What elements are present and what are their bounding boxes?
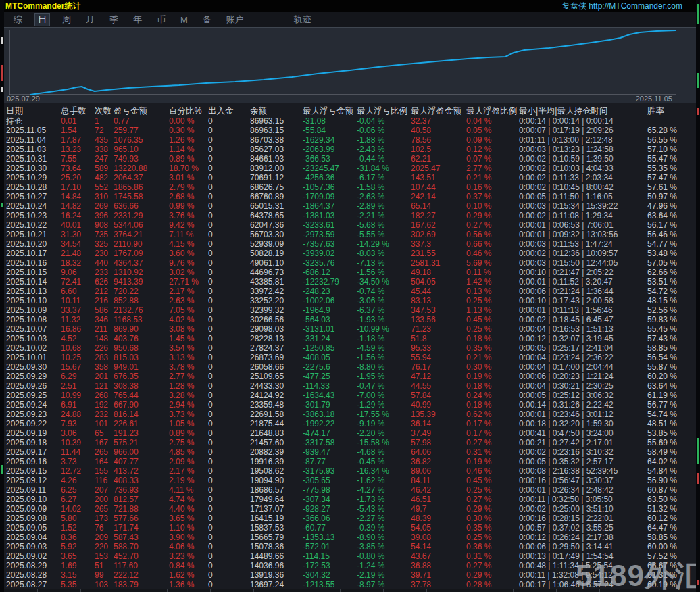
brand-link[interactable]: 复盘侠 http://MTCommander.com (562, 1, 682, 12)
cell-lots: 2.51 (61, 381, 95, 391)
menu-item-5[interactable]: 年 (130, 13, 145, 26)
table-row[interactable]: 2025.09.296.29201676.352.77 %025109.65-4… (0, 372, 700, 381)
column-header-win-rate[interactable]: 胜率 (647, 105, 695, 116)
cell-deposit: 0 (208, 428, 250, 438)
column-header-max-float-loss[interactable]: 最大浮亏金额 (303, 105, 357, 116)
table-row[interactable]: 2025.11.0417.874351076.351.26 %086703.38… (0, 135, 700, 145)
cell-lots: 25.20 (61, 173, 95, 182)
table-row[interactable]: 2025.10.2925.204822064.373.01 %070691.12… (0, 173, 700, 182)
table-row[interactable]: 2025.09.2510.99268765.443.28 %024124.92-… (0, 391, 700, 400)
column-header-trades[interactable]: 次数 (95, 105, 114, 116)
cell-hold-time: 0:00:01 | 0:11:52 | 3:20:47 (519, 277, 647, 287)
table-row[interactable]: 2025.09.227.93101226.611.05 %021875.44-1… (0, 419, 700, 428)
table-row[interactable]: 2025.09.1711.44265966.004.85 %020882.39-… (0, 447, 700, 457)
column-header-percent[interactable]: 百分比% (169, 105, 208, 116)
table-row[interactable]: 2025.10.2414.82269636.660.99 %065015.31-… (0, 201, 700, 211)
table-row[interactable]: 2025.09.246.91192667.902.94 %023359.48-3… (0, 400, 700, 410)
table-row[interactable]: 2025.09.124.26116408.332.19 %019094.90-3… (0, 476, 700, 485)
table-row[interactable]: 2025.10.0210.68226950.683.54 %027824.37-… (0, 343, 700, 353)
menu-item-1[interactable]: 日 (34, 13, 50, 26)
column-header-balance[interactable]: 余额 (250, 105, 303, 116)
cell-max-float-loss-pct: -8.03 % (357, 249, 411, 258)
menu-item-9[interactable]: 账户 (224, 13, 247, 26)
table-row[interactable]: 2025.10.1618.324404364.379.76 %049061.10… (0, 258, 700, 268)
column-header-max-float-profit[interactable]: 最大浮盈金额 (411, 105, 466, 116)
menu-item-0[interactable]: 综 (11, 13, 25, 26)
column-header-date[interactable]: 日期 (6, 105, 61, 116)
cell-max-float-loss: -1213.55 (303, 580, 357, 589)
cell-lots: 10.99 (61, 391, 95, 400)
table-row[interactable]: 2025.10.317.55247749.930.89 %084661.93-3… (0, 154, 700, 164)
cell-percent: 4.02 % (169, 315, 208, 324)
cell-profit: 812.57 (114, 495, 169, 504)
table-row[interactable]: 2025.11.0313.23338965.101.14 %085627.03-… (0, 145, 700, 154)
cell-lots: 16.24 (61, 211, 95, 220)
cell-trades: 201 (95, 372, 114, 381)
table-row[interactable]: 2025.09.0914.02265721.884.40 %017137.07-… (0, 504, 700, 514)
table-row[interactable]: 2025.09.048.36209587.433.90 %015665.79-1… (0, 533, 700, 542)
table-row[interactable]: 2025.10.2714.843101745.582.68 %066760.89… (0, 192, 700, 201)
menu-item-7[interactable]: M (178, 14, 191, 26)
equity-chart[interactable]: 025.07.29 2025.11.05 (0, 27, 700, 103)
cell-max-float-loss: -12232.79 (303, 277, 357, 287)
column-header-lots[interactable]: 总手数 (61, 105, 95, 116)
table-row[interactable]: 2025.10.0110.25283815.033.13 %026873.69-… (0, 353, 700, 362)
table-row[interactable]: 2025.10.2817.105521865.862.79 %068626.75… (0, 182, 700, 192)
table-row[interactable]: 2025.10.0933.375862132.767.05 %032399.32… (0, 305, 700, 315)
column-header-hold-time[interactable]: 最小|平均|最大持仓时间 (519, 105, 647, 116)
cell-max-float-profit-pct: 0.28 % (466, 580, 519, 589)
cell-balance: 83912.00 (250, 164, 303, 173)
table-row[interactable]: 2025.10.2131.307353764.217.11 %056703.30… (0, 230, 700, 239)
menu-item-2[interactable]: 周 (59, 13, 74, 26)
cell-win-rate: 63.50 % (647, 495, 695, 504)
table-row[interactable]: 2025.10.159.062331310.923.02 %044696.73-… (0, 268, 700, 277)
table-row[interactable]: 2025.10.2034.543252110.904.15 %052939.09… (0, 239, 700, 249)
menu-item-8[interactable]: 备 (200, 13, 214, 26)
column-header-max-float-profit-pct[interactable]: 最大浮盈比例 (466, 105, 519, 116)
table-row[interactable]: 2025.10.136.60212720.222.17 %033972.42-2… (0, 287, 700, 296)
table-row[interactable]: 2025.09.2324.88232816.143.73 %022691.58-… (0, 410, 700, 419)
menu-item-3[interactable]: 月 (83, 13, 97, 26)
table-row[interactable]: 2025.09.106.27200812.574.74 %017949.64-3… (0, 495, 700, 504)
column-header-deposit[interactable]: 出入金 (208, 105, 250, 116)
table-row[interactable]: 2025.10.2240.019085344.069.42 %062047.36… (0, 220, 700, 230)
table-row[interactable]: 2025.10.0811.323461168.534.02 %030266.56… (0, 315, 700, 324)
table-row[interactable]: 2025.09.085.80173577.663.65 %016415.19-3… (0, 514, 700, 523)
column-header-profit[interactable]: 盈亏金额 (114, 105, 169, 116)
table-row[interactable]: 2025.09.193.0665191.230.89 %021648.83-47… (0, 428, 700, 438)
table-row[interactable]: 2025.10.3073.6458913220.8818.70 %083912.… (0, 164, 700, 173)
table-row[interactable]: 2025.09.3015.67358949.013.78 %026058.66-… (0, 362, 700, 372)
table-row[interactable]: 2025.09.262.51121308.381.28 %024433.30-1… (0, 381, 700, 391)
cell-deposit: 0 (208, 135, 250, 145)
table-row[interactable]: 2025.10.0716.86211869.903.08 %029098.03-… (0, 324, 700, 334)
table-row[interactable]: 2025.10.1010.11216852.882.63 %033252.20-… (0, 296, 700, 305)
menu-item-trajectory[interactable]: 轨迹 (291, 13, 314, 26)
cell-date: 2025.08.29 (6, 561, 61, 570)
column-header-max-float-loss-pct[interactable]: 最大浮亏比例 (357, 105, 411, 116)
cell-hold-time: 0:00:02 | 0:11:08 | 1:29:34 (519, 211, 647, 220)
table-row[interactable]: 2025.10.2316.243962331.293.76 %064378.65… (0, 211, 700, 220)
table-row[interactable]: 2025.09.163.73164407.772.09 %019916.39-8… (0, 457, 700, 466)
table-row[interactable]: 2025.09.1810.39167575.212.75 %021457.60-… (0, 438, 700, 447)
table-row[interactable]: 2025.09.116.25207736.934.11 %018686.57-7… (0, 485, 700, 495)
cell-max-float-profit-pct: 0.45 % (466, 476, 519, 485)
table-row[interactable]: 2025.11.051.5472259.770.30 %086963.15-55… (0, 126, 700, 135)
table-row[interactable]: 2025.10.034.52148403.761.45 %028228.13-3… (0, 334, 700, 343)
cell-max-float-loss: -114.15 (303, 551, 357, 561)
table-row[interactable]: 2025.09.035.92220588.704.06 %015078.36-5… (0, 542, 700, 551)
table-row[interactable]: 2025.09.051.5276171.741.10 %015837.53-60… (0, 523, 700, 533)
table-row[interactable]: 持仓0.0110.770.00 %086963.15-31.08-0.04 %3… (0, 116, 700, 126)
cell-date: 2025.09.22 (6, 419, 61, 428)
cell-max-float-profit-pct: 0.24 % (466, 391, 519, 400)
menu-item-6[interactable]: 币 (154, 13, 168, 26)
cell-deposit: 0 (208, 570, 250, 580)
cell-percent: 4.11 % (169, 485, 208, 495)
cell-max-float-loss: -3235.76 (303, 258, 357, 268)
cell-balance: 32399.32 (250, 305, 303, 315)
cell-profit: 966.00 (114, 447, 169, 457)
table-row[interactable]: 2025.10.1721.482301767.093.60 %050828.19… (0, 249, 700, 258)
table-row[interactable]: 2025.10.1472.416269413.3927.71 %043385.8… (0, 277, 700, 287)
menu-item-4[interactable]: 季 (107, 13, 121, 26)
cell-trades: 338 (95, 145, 114, 154)
table-row[interactable]: 2025.09.1512.72155413.722.17 %019508.62-… (0, 466, 700, 476)
